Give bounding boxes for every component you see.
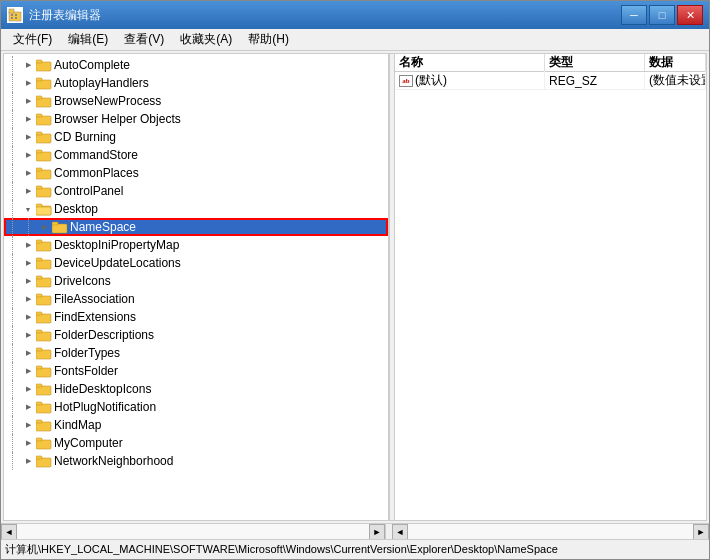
indent-spacer	[4, 434, 20, 452]
svg-rect-30	[36, 258, 42, 261]
tree-item[interactable]: CommandStore	[4, 146, 388, 164]
tree-item[interactable]: MyComputer	[4, 434, 388, 452]
svg-rect-16	[36, 152, 51, 161]
folder-icon	[36, 328, 52, 342]
status-path: 计算机\HKEY_LOCAL_MACHINE\SOFTWARE\Microsof…	[5, 542, 558, 557]
tree-item-label: CommonPlaces	[54, 166, 139, 180]
window-controls: ─ □ ✕	[621, 5, 703, 25]
folder-icon	[36, 166, 52, 180]
folder-icon	[36, 184, 52, 198]
folder-icon	[52, 220, 68, 234]
tree-item-label: FolderTypes	[54, 346, 120, 360]
indent-spacer	[4, 452, 20, 470]
menu-favorites[interactable]: 收藏夹(A)	[172, 29, 240, 50]
tree-item-label: HideDesktopIcons	[54, 382, 151, 396]
tree-item[interactable]: CommonPlaces	[4, 164, 388, 182]
svg-rect-38	[36, 330, 42, 333]
right-pane-scrollbar[interactable]: ◄ ►	[392, 524, 709, 539]
tree-item[interactable]: AutoComplete	[4, 56, 388, 74]
svg-rect-41	[36, 368, 51, 377]
tree-item-label: MyComputer	[54, 436, 123, 450]
indent-spacer	[4, 308, 20, 326]
menu-file[interactable]: 文件(F)	[5, 29, 60, 50]
svg-rect-19	[36, 168, 42, 171]
indent-spacer	[4, 416, 20, 434]
scroll-right-btn[interactable]: ►	[369, 524, 385, 540]
indent-spacer	[4, 236, 20, 254]
value-name: ab (默认)	[395, 71, 545, 90]
tree-item[interactable]: ControlPanel	[4, 182, 388, 200]
svg-rect-31	[36, 278, 51, 287]
tree-item[interactable]: FindExtensions	[4, 308, 388, 326]
svg-rect-39	[36, 350, 51, 359]
scroll-track2[interactable]	[408, 524, 693, 539]
scroll-right-btn2[interactable]: ►	[693, 524, 709, 540]
col-header-name: 名称	[395, 54, 545, 71]
menu-edit[interactable]: 编辑(E)	[60, 29, 116, 50]
minimize-button[interactable]: ─	[621, 5, 647, 25]
tree-item[interactable]: FontsFolder	[4, 362, 388, 380]
indent-spacer	[4, 218, 36, 236]
tree-item[interactable]: Browser Helper Objects	[4, 110, 388, 128]
folder-icon	[36, 256, 52, 270]
folder-icon	[36, 292, 52, 306]
folder-icon	[36, 364, 52, 378]
folder-icon	[36, 148, 52, 162]
maximize-button[interactable]: □	[649, 5, 675, 25]
svg-rect-48	[36, 420, 42, 423]
registry-tree[interactable]: AutoComplete AutoplayHandlers BrowseNewP…	[4, 54, 389, 520]
scroll-left-btn2[interactable]: ◄	[392, 524, 408, 540]
close-button[interactable]: ✕	[677, 5, 703, 25]
tree-item[interactable]: NameSpace	[4, 218, 388, 236]
indent-spacer	[4, 164, 20, 182]
indent-spacer	[4, 290, 20, 308]
tree-item[interactable]: KindMap	[4, 416, 388, 434]
tree-item[interactable]: Desktop	[4, 200, 388, 218]
svg-rect-33	[36, 296, 51, 305]
folder-icon	[36, 274, 52, 288]
values-list: ab (默认) REG_SZ (数值未设置)	[395, 72, 706, 90]
tree-item[interactable]: CD Burning	[4, 128, 388, 146]
tree-item[interactable]: AutoplayHandlers	[4, 74, 388, 92]
indent-spacer	[4, 182, 20, 200]
svg-rect-10	[36, 98, 51, 107]
tree-item[interactable]: DeviceUpdateLocations	[4, 254, 388, 272]
tree-item-label: DriveIcons	[54, 274, 111, 288]
folder-icon	[36, 346, 52, 360]
menu-view[interactable]: 查看(V)	[116, 29, 172, 50]
title-bar: 注册表编辑器 ─ □ ✕	[1, 1, 709, 29]
tree-item[interactable]: FileAssociation	[4, 290, 388, 308]
tree-item-label: CD Burning	[54, 130, 116, 144]
svg-rect-32	[36, 276, 42, 279]
main-content: AutoComplete AutoplayHandlers BrowseNewP…	[3, 53, 707, 521]
value-data: (数值未设置)	[645, 71, 706, 90]
tree-item[interactable]: NetworkNeighborhood	[4, 452, 388, 470]
indent-spacer	[4, 110, 20, 128]
folder-icon	[36, 382, 52, 396]
tree-item-label: Browser Helper Objects	[54, 112, 181, 126]
tree-item-label: HotPlugNotification	[54, 400, 156, 414]
svg-rect-1	[9, 9, 14, 13]
folder-icon	[36, 58, 52, 72]
indent-spacer	[4, 362, 20, 380]
tree-item[interactable]: FolderTypes	[4, 344, 388, 362]
tree-item[interactable]: FolderDescriptions	[4, 326, 388, 344]
tree-item[interactable]: BrowseNewProcess	[4, 92, 388, 110]
tree-item[interactable]: DesktopIniPropertyMap	[4, 236, 388, 254]
tree-item-label: NameSpace	[70, 220, 136, 234]
tree-item[interactable]: HotPlugNotification	[4, 398, 388, 416]
registry-editor-window: 注册表编辑器 ─ □ ✕ 文件(F) 编辑(E) 查看(V) 收藏夹(A) 帮助…	[0, 0, 710, 560]
left-pane-scrollbar[interactable]: ◄ ►	[1, 524, 386, 539]
value-type-icon: ab	[399, 75, 413, 87]
tree-item[interactable]: HideDesktopIcons	[4, 380, 388, 398]
tree-item-label: DesktopIniPropertyMap	[54, 238, 179, 252]
scroll-track[interactable]	[17, 524, 369, 539]
menu-help[interactable]: 帮助(H)	[240, 29, 297, 50]
registry-value-row[interactable]: ab (默认) REG_SZ (数值未设置)	[395, 72, 706, 90]
folder-icon	[36, 112, 52, 126]
scroll-left-btn[interactable]: ◄	[1, 524, 17, 540]
tree-item-label: CommandStore	[54, 148, 138, 162]
tree-item[interactable]: DriveIcons	[4, 272, 388, 290]
svg-rect-34	[36, 294, 42, 297]
svg-rect-29	[36, 260, 51, 269]
